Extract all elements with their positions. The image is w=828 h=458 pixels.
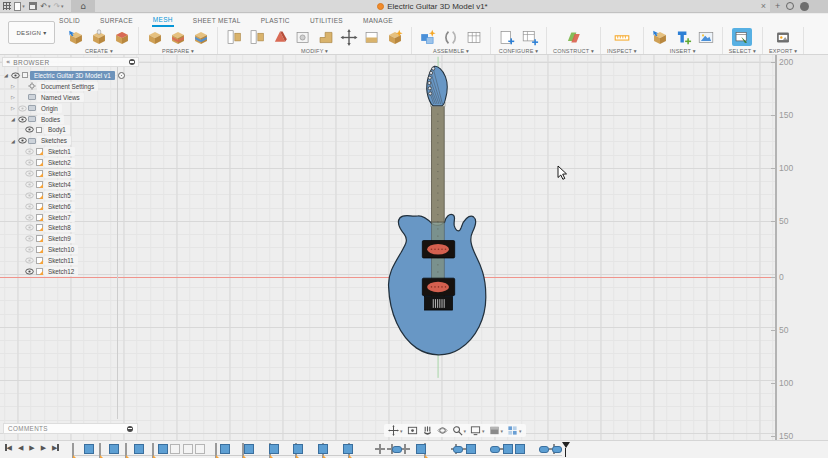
avatar-icon[interactable] [800, 2, 809, 11]
new-component-icon[interactable] [418, 28, 438, 46]
timeline-feature-combine[interactable] [490, 446, 500, 453]
browser-item-bodies[interactable]: ◢Bodies [2, 114, 139, 125]
undo-icon[interactable]: ↶▾ [39, 1, 52, 12]
visibility-icon[interactable] [24, 181, 34, 188]
select-icon[interactable] [732, 28, 752, 46]
browser-item-sketch2[interactable]: Sketch2 [2, 157, 139, 168]
group-label-construct[interactable]: CONSTRUCT ▾ [553, 48, 594, 54]
browser-scrollbar[interactable] [117, 67, 118, 419]
tab-surface[interactable]: SURFACE [99, 15, 134, 26]
browser-item-sketch9[interactable]: Sketch9 [2, 233, 139, 244]
comments-bar[interactable]: COMMENTS [3, 423, 138, 434]
look-at-icon[interactable] [407, 425, 418, 436]
export-icon[interactable] [773, 28, 793, 46]
convert-mesh-icon[interactable] [385, 28, 405, 46]
insert-canvas-icon[interactable] [696, 28, 716, 46]
document-tab[interactable]: Electric Guitar 3D Model v1* × [95, 0, 770, 13]
visibility-icon[interactable] [24, 159, 34, 166]
timeline-feature-sketch[interactable] [125, 443, 127, 458]
browser-item-sketch5[interactable]: Sketch5 [2, 190, 139, 201]
configuration-table-icon[interactable] [520, 28, 540, 46]
remesh-icon[interactable] [191, 28, 211, 46]
timeline-feature-extrude[interactable] [343, 444, 353, 454]
insert-mesh-icon[interactable] [66, 28, 86, 46]
visibility-icon[interactable] [24, 235, 34, 242]
browser-item-sketch8[interactable]: Sketch8 [2, 222, 139, 233]
timeline-playhead[interactable] [565, 442, 570, 457]
timeline-feature-extrude[interactable] [158, 444, 168, 454]
browser-item-sketch11[interactable]: Sketch11 [2, 255, 139, 266]
timeline-feature-extrude[interactable] [318, 444, 328, 454]
group-label-create[interactable]: CREATE ▾ [85, 48, 113, 54]
timeline-feature-combine[interactable] [453, 446, 463, 453]
tab-utilities[interactable]: UTILITIES [309, 15, 344, 26]
browser-item-document-settings[interactable]: ▷Document Settings [2, 81, 139, 92]
plane-cut-icon[interactable] [224, 28, 244, 46]
timeline-feature-sketch[interactable] [72, 443, 74, 458]
group-label-inspect[interactable]: INSPECT ▾ [607, 48, 637, 54]
measure-icon[interactable] [612, 28, 632, 46]
browser-menu-icon[interactable] [129, 59, 135, 65]
generate-face-groups-icon[interactable] [145, 28, 165, 46]
timeline-feature-sketch[interactable] [215, 443, 217, 458]
repair-icon[interactable] [168, 28, 188, 46]
timeline-feature-sketch[interactable] [99, 443, 101, 458]
timeline-feature-extrude[interactable] [84, 444, 94, 454]
browser-item-sketches[interactable]: ◢Sketches [2, 135, 139, 146]
expander-icon[interactable]: ▷ [9, 83, 17, 89]
guitar-neck[interactable] [432, 105, 445, 222]
orbit-icon[interactable] [437, 425, 448, 436]
redo-icon[interactable]: ↷▾ [52, 1, 65, 12]
timeline-feature-extrude[interactable] [515, 444, 525, 454]
tab-solid[interactable]: SOLID [58, 15, 81, 26]
browser-header[interactable]: « BROWSER [2, 57, 139, 67]
bridge-pickup[interactable] [422, 278, 454, 296]
visibility-icon[interactable] [24, 203, 34, 210]
pan-icon[interactable] [422, 425, 433, 436]
erase-and-fill-icon[interactable] [270, 28, 290, 46]
browser-item-sketch3[interactable]: Sketch3 [2, 168, 139, 179]
group-label-select[interactable]: SELECT ▾ [729, 48, 756, 54]
visibility-icon[interactable] [17, 116, 27, 123]
timeline-step-forward-icon[interactable]: ▶ [41, 444, 46, 452]
group-label-insert[interactable]: INSERT ▾ [670, 48, 696, 54]
browser-item-sketch6[interactable]: Sketch6 [2, 201, 139, 212]
activate-component-icon[interactable] [118, 72, 125, 79]
tab-plastic[interactable]: PLASTIC [260, 15, 291, 26]
smooth-icon[interactable] [293, 28, 313, 46]
visibility-icon[interactable] [17, 137, 27, 144]
construction-plane-icon[interactable] [563, 28, 583, 46]
sync-status-icon[interactable] [786, 2, 794, 10]
browser-item-sketch4[interactable]: Sketch4 [2, 179, 139, 190]
guitar-bridge[interactable] [425, 297, 453, 311]
new-tab-icon[interactable]: + [775, 1, 780, 11]
insert-mesh-file-icon[interactable] [650, 28, 670, 46]
timeline-feature-combine[interactable] [539, 446, 549, 453]
visibility-icon[interactable] [24, 170, 34, 177]
group-label-prepare[interactable]: PREPARE ▾ [162, 48, 194, 54]
timeline-play-icon[interactable]: ▶ [29, 444, 34, 452]
browser-item-origin[interactable]: ▷Origin [2, 103, 139, 114]
visibility-icon[interactable] [24, 268, 34, 275]
expander-icon[interactable]: ▷ [9, 94, 17, 100]
root-visibility-icon[interactable] [10, 72, 20, 79]
expander-icon[interactable]: ◢ [9, 138, 17, 144]
visibility-icon[interactable] [24, 257, 34, 264]
visibility-icon[interactable] [24, 224, 34, 231]
timeline-feature-extrude[interactable] [466, 444, 476, 454]
split-face-icon[interactable] [247, 28, 267, 46]
timeline-feature-plane[interactable] [195, 444, 205, 454]
browser-item-sketch1[interactable]: Sketch1 [2, 146, 139, 157]
group-label-configure[interactable]: CONFIGURE ▾ [499, 48, 539, 54]
root-expander-icon[interactable]: ◢ [2, 72, 10, 78]
timeline-feature-sketch[interactable] [152, 443, 154, 458]
viewport-canvas[interactable]: 20015010050050100150 « BROWSER ◢ Electri… [0, 55, 828, 440]
app-launcher-icon[interactable] [0, 1, 13, 12]
display-settings-icon[interactable]: ▾ [489, 425, 504, 436]
group-label-export[interactable]: EXPORT ▾ [769, 48, 797, 54]
collapse-panel-icon[interactable]: « [6, 58, 10, 66]
timeline-feature-plane[interactable] [170, 444, 180, 454]
visibility-icon[interactable] [24, 148, 34, 155]
timeline-feature-extrude[interactable] [134, 444, 144, 454]
save-icon[interactable] [26, 1, 39, 12]
